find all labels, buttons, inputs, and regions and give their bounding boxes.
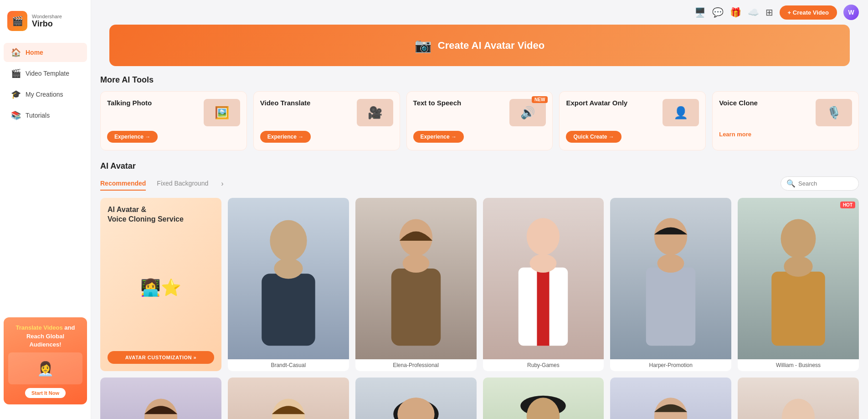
svg-point-5 (402, 254, 429, 273)
svg-point-24 (397, 398, 434, 419)
nav-label-video-template: Video Template (26, 70, 69, 77)
left-banner-btn[interactable]: Start It Now (25, 388, 66, 398)
promo-title: AI Avatar &Voice Cloning Service (108, 205, 214, 224)
message-icon[interactable]: 💬 (712, 7, 724, 18)
tool-title-voice-clone: Voice Clone (719, 99, 758, 107)
nav-label-my-creations: My Creations (26, 91, 63, 98)
avatar-img-elena (355, 198, 477, 359)
logo-brand: Wondershare (32, 14, 62, 19)
gift-icon[interactable]: 🎁 (730, 7, 741, 18)
svg-point-6 (527, 218, 560, 255)
more-ai-tools-title: More AI Tools (100, 75, 859, 85)
tab-fixed-background[interactable]: Fixed Background (157, 177, 208, 191)
tool-btn-talking-photo[interactable]: Experience → (107, 131, 158, 143)
tool-btn-text-to-speech[interactable]: Experience → (413, 131, 464, 143)
avatar-search-input[interactable] (798, 180, 853, 187)
tool-img-talking-photo: 🖼️ (204, 99, 240, 126)
monitor-icon[interactable]: 🖥️ (694, 7, 706, 18)
sidebar-item-tutorials[interactable]: 📚 Tutorials (4, 106, 87, 125)
avatar-card-7[interactable] (228, 378, 349, 419)
avatar-card-11[interactable] (738, 378, 859, 419)
svg-point-35 (782, 399, 815, 419)
avatar-card-9[interactable] (483, 378, 604, 419)
topbar: 🖥️ 💬 🎁 ☁️ ⊞ + Create Video W (91, 0, 868, 25)
svg-point-0 (270, 220, 307, 261)
avatar-card-brandt[interactable]: Brandt-Casual (228, 198, 349, 371)
create-video-button[interactable]: + Create Video (780, 5, 837, 20)
svg-point-13 (781, 219, 816, 258)
sidebar: 🎬 Wondershare Virbo 🏠 Home 🎬 Video Templ… (0, 0, 91, 419)
promo-btn[interactable]: AVATAR CUSTOMIZATION » (108, 351, 214, 364)
hero-banner[interactable]: 📷 Create AI Avatar Video (109, 25, 850, 66)
tutorials-icon: 📚 (11, 110, 21, 120)
avatar-img-10 (610, 378, 731, 419)
svg-point-10 (654, 218, 687, 255)
avatar-card-10[interactable] (610, 378, 731, 419)
tool-card-video-translate: Video Translate 🎥 Experience → (253, 91, 400, 150)
avatar-card-harper[interactable]: Harper-Promotion (610, 198, 731, 371)
tool-title-text-to-speech: Text to Speech (413, 99, 462, 107)
avatar-name-harper: Harper-Promotion (610, 359, 731, 371)
avatar-img-7 (228, 378, 349, 419)
grid-icon[interactable]: ⊞ (765, 7, 773, 18)
logo-area: 🎬 Wondershare Virbo (0, 7, 91, 42)
tool-title-video-translate: Video Translate (260, 99, 311, 107)
nav-label-home: Home (26, 49, 43, 56)
avatar-img-11 (738, 378, 859, 419)
hero-banner-text: Create AI Avatar Video (438, 40, 544, 52)
cloud-icon[interactable]: ☁️ (748, 7, 759, 18)
promo-image: 👩‍💻⭐ (108, 278, 214, 297)
sidebar-item-video-template[interactable]: 🎬 Video Template (4, 64, 87, 83)
avatar-img-harper (610, 198, 731, 359)
svg-rect-1 (262, 274, 315, 346)
main-content: 🖥️ 💬 🎁 ☁️ ⊞ + Create Video W 📷 Create AI… (91, 0, 868, 419)
avatar-card-ruby[interactable]: Ruby-Games (483, 198, 604, 371)
svg-point-9 (530, 254, 557, 273)
banner-highlight: Translate Videos (16, 324, 63, 331)
tool-img-video-translate: 🎥 (357, 99, 393, 126)
avatar-card-6[interactable] (100, 378, 221, 419)
svg-point-15 (784, 256, 812, 277)
avatar-name-brandt: Brandt-Casual (228, 359, 349, 371)
tool-btn-video-translate[interactable]: Experience → (260, 131, 311, 143)
avatar-name-ruby: Ruby-Games (483, 359, 604, 371)
avatar-tabs: Recommended Fixed Background › 🔍 (100, 176, 859, 191)
home-icon: 🏠 (11, 47, 21, 57)
more-ai-tools-section: More AI Tools Talking Photo 🖼️ Experienc… (91, 66, 868, 152)
logo-icon: 🎬 (7, 11, 27, 31)
voice-clone-learn-more[interactable]: Learn more (719, 131, 852, 138)
avatar-img-6 (100, 378, 221, 419)
avatar-promo-card[interactable]: AI Avatar &Voice Cloning Service 👩‍💻⭐ AV… (100, 198, 221, 371)
avatar-img-8 (355, 378, 477, 419)
tool-btn-export-avatar[interactable]: Quick Create → (566, 131, 621, 143)
left-banner: Translate Videos andReach GlobalAudience… (4, 317, 87, 404)
svg-rect-11 (646, 267, 695, 346)
left-banner-image: 👩‍💼 (8, 352, 82, 384)
sidebar-item-my-creations[interactable]: 🎓 My Creations (4, 85, 87, 104)
tool-img-export-avatar: 👤 (663, 99, 699, 126)
avatar-img-ruby (483, 198, 604, 359)
tool-card-talking-photo: Talking Photo 🖼️ Experience → (100, 91, 247, 150)
tool-img-voice-clone: 🎙️ (816, 99, 852, 126)
avatar-name-william: William - Business (738, 359, 859, 371)
tool-img-text-to-speech: 🔊 (509, 99, 546, 126)
sidebar-item-home[interactable]: 🏠 Home (4, 43, 87, 62)
tab-more-button[interactable]: › (219, 180, 225, 188)
svg-point-12 (657, 254, 684, 273)
hot-badge-william: HOT (840, 202, 855, 208)
user-avatar[interactable]: W (843, 5, 859, 20)
nav-label-tutorials: Tutorials (26, 112, 50, 119)
my-creations-icon: 🎓 (11, 89, 21, 99)
logo-name: Virbo (32, 19, 62, 29)
svg-rect-14 (771, 271, 825, 346)
left-banner-title: Translate Videos andReach GlobalAudience… (8, 324, 82, 349)
avatar-card-8[interactable] (355, 378, 477, 419)
ai-avatar-section-title: AI Avatar (100, 161, 859, 171)
avatar-img-brandt (228, 198, 349, 359)
tool-title-export-avatar: Export Avatar Only (566, 99, 627, 107)
video-template-icon: 🎬 (11, 68, 21, 78)
avatar-card-william[interactable]: HOT William - Business (738, 198, 859, 371)
hero-banner-icon: 📷 (415, 37, 431, 53)
avatar-card-elena[interactable]: Elena-Professional (355, 198, 477, 371)
tab-recommended[interactable]: Recommended (100, 177, 146, 191)
